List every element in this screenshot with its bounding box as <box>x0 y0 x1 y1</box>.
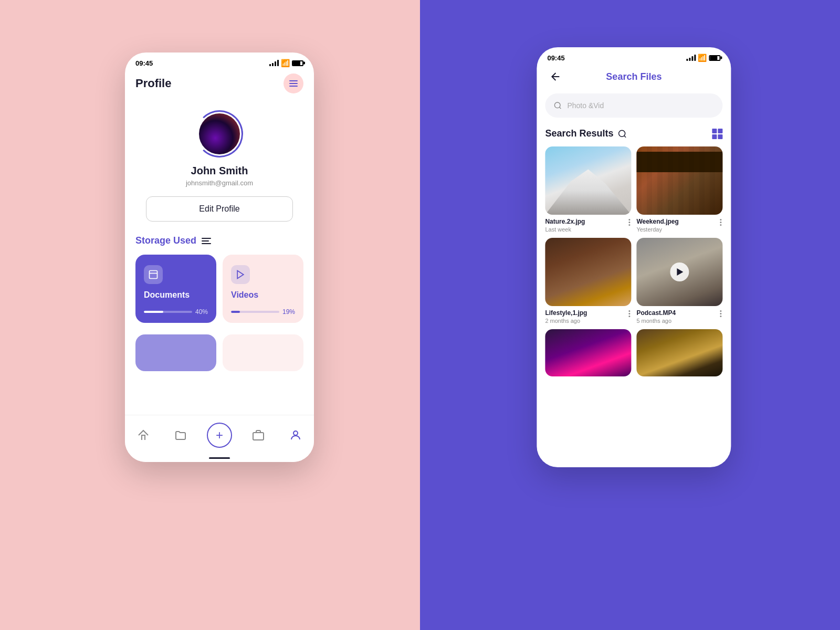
svg-rect-2 <box>253 433 264 440</box>
search-header: Search Files <box>537 64 731 91</box>
list-icon <box>202 238 211 244</box>
result-info-nature: Nature.2x.jpg Last week <box>545 218 631 233</box>
result-item-lifestyle: Lifestyle,1.jpg 2 months ago <box>545 238 631 324</box>
home-icon <box>137 429 150 442</box>
storage-title: Storage Used <box>135 235 196 246</box>
results-grid-bottom <box>537 324 731 376</box>
result-thumb-suit-person[interactable] <box>636 329 722 376</box>
videos-percent: 19% <box>282 308 295 316</box>
results-grid: Nature.2x.jpg Last week Weekend.jpeg Yes… <box>537 146 731 324</box>
result-date-nature: Last week <box>545 226 585 233</box>
results-header: Search Results <box>537 126 731 146</box>
more-options-podcast[interactable] <box>719 309 722 318</box>
documents-progress-fill <box>144 311 163 313</box>
svg-marker-1 <box>237 271 244 279</box>
result-date-weekend: Yesterday <box>636 226 678 233</box>
search-results-icon <box>617 129 627 139</box>
briefcase-icon <box>252 429 265 442</box>
bottom-nav: + <box>125 415 314 462</box>
nav-profile[interactable] <box>285 425 306 446</box>
profile-icon <box>289 429 302 442</box>
status-bar-right: 09:45 📶 <box>537 47 731 64</box>
documents-icon <box>144 265 163 284</box>
result-info-weekend: Weekend.jpeg Yesterday <box>636 218 722 233</box>
phone-profile: 09:45 📶 Profile <box>125 52 314 462</box>
battery-icon-right <box>709 55 720 61</box>
wifi-icon: 📶 <box>281 59 290 67</box>
profile-section: John Smith johnsmith@gmail.com Edit Prof… <box>125 100 314 230</box>
result-item-nature: Nature.2x.jpg Last week <box>545 146 631 233</box>
play-button-overlay[interactable] <box>670 262 689 281</box>
results-title-row: Search Results <box>545 128 627 139</box>
results-title: Search Results <box>545 128 613 139</box>
hamburger-icon <box>289 80 298 87</box>
search-page-title: Search Files <box>606 71 662 82</box>
page-title: Profile <box>135 77 171 90</box>
time-left: 09:45 <box>135 59 153 67</box>
documents-progress-bar <box>144 311 192 313</box>
time-right: 09:45 <box>547 54 564 62</box>
result-thumb-dark-person[interactable] <box>545 329 631 376</box>
nav-briefcase[interactable] <box>248 425 269 446</box>
nav-add-button[interactable]: + <box>207 423 232 448</box>
svg-rect-0 <box>150 271 158 279</box>
result-info-podcast: Podcast.MP4 5 months ago <box>636 309 722 324</box>
wifi-icon-right: 📶 <box>698 54 707 62</box>
signal-icon-right <box>686 55 696 61</box>
play-triangle-icon <box>677 268 683 276</box>
back-button[interactable] <box>547 68 564 85</box>
profile-name: John Smith <box>191 165 248 177</box>
videos-card[interactable]: Videos 19% <box>223 255 303 323</box>
result-date-lifestyle: 2 months ago <box>545 318 587 324</box>
more-options-weekend[interactable] <box>719 218 722 227</box>
result-name-lifestyle: Lifestyle,1.jpg <box>545 309 587 317</box>
result-thumb-weekend[interactable] <box>636 146 722 215</box>
more-options-nature[interactable] <box>627 218 631 227</box>
result-name-podcast: Podcast.MP4 <box>636 309 676 317</box>
search-bar-icon <box>553 101 562 110</box>
avatar <box>199 113 240 154</box>
result-name-weekend: Weekend.jpeg <box>636 218 678 225</box>
status-icons-left: 📶 <box>269 59 303 67</box>
result-thumb-podcast[interactable] <box>636 238 722 306</box>
videos-progress-fill <box>231 311 240 313</box>
status-icons-right: 📶 <box>686 54 720 62</box>
grid-view-button[interactable] <box>712 129 722 139</box>
search-bar[interactable]: Photo &Vid <box>545 93 722 118</box>
result-thumb-lifestyle[interactable] <box>545 238 631 306</box>
battery-icon <box>292 60 303 66</box>
result-info-lifestyle: Lifestyle,1.jpg 2 months ago <box>545 309 631 324</box>
back-arrow-icon <box>549 70 562 83</box>
edit-profile-button[interactable]: Edit Profile <box>146 196 293 222</box>
nav-files[interactable] <box>170 425 191 446</box>
videos-progress-row: 19% <box>231 308 295 316</box>
nav-home[interactable] <box>133 425 154 446</box>
status-bar-left: 09:45 📶 <box>125 52 314 69</box>
profile-header: Profile <box>125 69 314 100</box>
documents-card[interactable]: Documents 40% <box>135 255 216 323</box>
svg-point-3 <box>293 431 298 435</box>
svg-point-5 <box>619 130 625 136</box>
videos-progress-bar <box>231 311 279 313</box>
menu-button[interactable] <box>284 74 303 93</box>
documents-percent: 40% <box>195 308 208 316</box>
result-item-podcast: Podcast.MP4 5 months ago <box>636 238 722 324</box>
result-item-weekend: Weekend.jpeg Yesterday <box>636 146 722 233</box>
result-date-podcast: 5 months ago <box>636 318 676 324</box>
plus-icon: + <box>216 428 223 443</box>
nav-indicator <box>209 457 230 459</box>
result-thumb-nature[interactable] <box>545 146 631 215</box>
storage-header: Storage Used <box>135 235 303 246</box>
documents-progress-row: 40% <box>144 308 208 316</box>
videos-label: Videos <box>231 290 295 302</box>
result-name-nature: Nature.2x.jpg <box>545 218 585 225</box>
storage-cards: Documents 40% Videos <box>135 255 303 323</box>
storage-section: Storage Used Documents <box>125 230 314 328</box>
more-options-lifestyle[interactable] <box>627 309 631 318</box>
background-left: 09:45 📶 Profile <box>0 0 420 630</box>
avatar-container <box>196 110 243 158</box>
phone-search: 09:45 📶 Search Files <box>537 47 731 467</box>
signal-icon <box>269 60 279 66</box>
documents-label: Documents <box>144 290 208 302</box>
search-placeholder-text: Photo &Vid <box>567 101 604 110</box>
